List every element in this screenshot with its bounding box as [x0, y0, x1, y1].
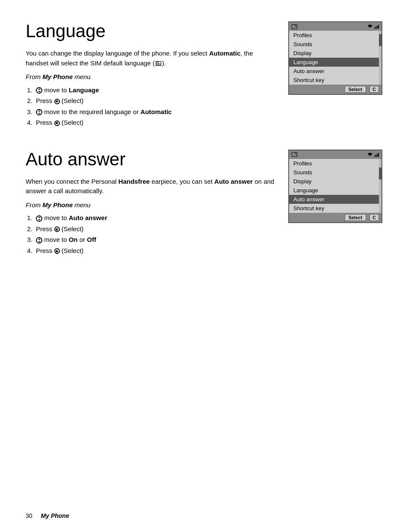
sim-status-icon: [292, 24, 297, 29]
menu-item-shortcut-2: Shortcut key: [289, 204, 379, 213]
auto-answer-step-2: Press (Select): [34, 223, 275, 235]
phone-scrollbar-thumb-1: [379, 34, 381, 46]
page-number: 30: [26, 512, 33, 519]
select-icon-2: [54, 121, 60, 126]
auto-answer-step-1: move to Auto answer: [34, 212, 275, 223]
phone-status-bar-2: ❤: [289, 150, 381, 159]
signal-icon-2: [374, 153, 379, 157]
nav-icon-3: [36, 215, 42, 222]
nav-icon-2: [36, 109, 42, 115]
select-icon-3: [54, 226, 60, 232]
phone-select-button-2: Select: [345, 214, 366, 221]
language-description: You can change the display language of t…: [26, 49, 275, 68]
language-steps: move to Language Press (Select) move to …: [34, 85, 275, 128]
nav-icon-4: [36, 237, 42, 244]
menu-item-sounds-1: Sounds: [289, 40, 379, 49]
language-layout: Language You can change the display lang…: [26, 21, 382, 128]
bluetooth-icon-2: ❤: [368, 152, 372, 158]
menu-item-autoanswer-1: Auto answer: [289, 67, 379, 76]
nav-icon-1: [36, 87, 42, 94]
page-brand: My Phone: [41, 512, 69, 519]
phone-menu-list-2: Profiles Sounds Display Language Auto an…: [289, 159, 379, 213]
menu-item-language-1: Language: [289, 58, 379, 67]
phone-screen-1: ❤ Profiles Sounds Display Language Auto …: [288, 21, 382, 95]
page-footer: 30 My Phone: [26, 512, 69, 519]
menu-item-profiles-1: Profiles: [289, 31, 379, 40]
auto-answer-layout: Auto answer When you connect the Persona…: [26, 150, 382, 256]
language-from-menu: From My Phone menu: [26, 72, 275, 82]
select-icon-4: [54, 248, 60, 254]
phone-scrollbar-2: [379, 159, 381, 213]
phone-menu-list-1: Profiles Sounds Display Language Auto an…: [289, 31, 379, 85]
phone-menu-wrapper-1: Profiles Sounds Display Language Auto an…: [289, 31, 381, 85]
phone-select-button-1: Select: [345, 86, 366, 93]
phone-scrollbar-1: [379, 31, 381, 85]
status-left-2: [292, 152, 297, 157]
status-left: [292, 24, 297, 29]
language-desc-bold: Automatic: [209, 50, 240, 57]
auto-answer-steps: move to Auto answer Press (Select) move …: [34, 212, 275, 256]
auto-answer-from-menu: From My Phone menu: [26, 200, 275, 210]
language-desc-1: You can change the display language of t…: [26, 50, 209, 57]
language-step-3: move to the required language or Automat…: [34, 106, 275, 118]
menu-item-profiles-2: Profiles: [289, 159, 379, 168]
language-step-1: move to Language: [34, 85, 275, 96]
sim-status-icon-2: [292, 152, 297, 157]
language-step-2: Press (Select): [34, 95, 275, 106]
menu-item-display-2: Display: [289, 177, 379, 186]
language-title: Language: [26, 21, 275, 41]
phone-status-bar-1: ❤: [289, 22, 381, 31]
status-right: ❤: [368, 24, 379, 29]
menu-item-shortcut-1: Shortcut key: [289, 76, 379, 85]
auto-answer-step-3: move to On or Off: [34, 234, 275, 245]
menu-item-sounds-2: Sounds: [289, 168, 379, 177]
phone-c-button-1: C: [370, 86, 379, 93]
status-right-2: ❤: [368, 152, 379, 158]
language-section: Language You can change the display lang…: [26, 21, 382, 128]
signal-icon: [374, 24, 379, 29]
menu-item-language-2: Language: [289, 186, 379, 195]
menu-item-autoanswer-2: Auto answer: [289, 195, 379, 204]
auto-answer-title: Auto answer: [26, 150, 275, 169]
auto-answer-section: Auto answer When you connect the Persona…: [26, 150, 382, 256]
language-step-4: Press (Select): [34, 117, 275, 128]
phone-menu-wrapper-2: Profiles Sounds Display Language Auto an…: [289, 159, 381, 213]
phone-screen-2: ❤ Profiles Sounds Display Language Auto …: [288, 150, 382, 223]
menu-item-display-1: Display: [289, 49, 379, 58]
phone-scrollbar-thumb-2: [379, 168, 381, 179]
bluetooth-icon: ❤: [368, 24, 372, 29]
phone-bottom-bar-2: Select C: [289, 213, 381, 222]
phone-bottom-bar-1: Select C: [289, 85, 381, 94]
language-desc-end: ).: [162, 59, 166, 67]
select-icon-1: [54, 99, 60, 104]
language-text: Language You can change the display lang…: [26, 21, 275, 128]
auto-answer-text: Auto answer When you connect the Persona…: [26, 150, 275, 256]
auto-answer-description: When you connect the Personal Handsfree …: [26, 177, 275, 196]
sim-icon-inline: [156, 61, 161, 66]
auto-answer-step-4: Press (Select): [34, 245, 275, 256]
phone-c-button-2: C: [370, 214, 379, 221]
